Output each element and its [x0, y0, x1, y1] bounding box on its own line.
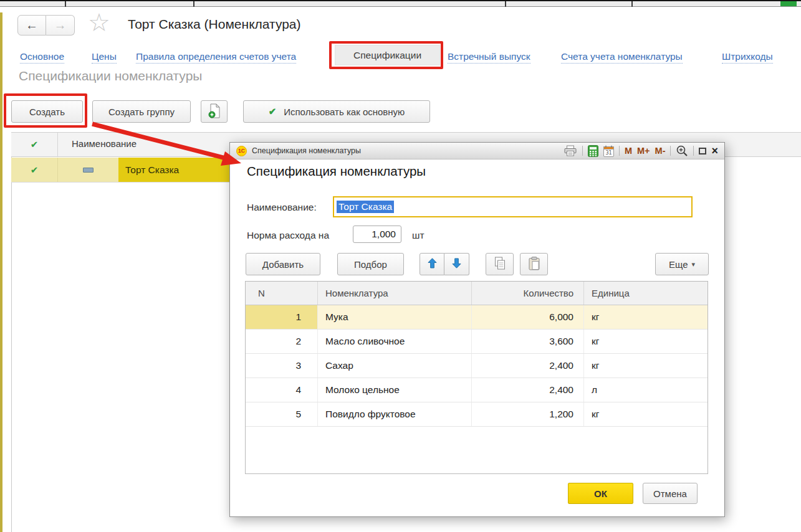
- cell-item: Мука: [318, 305, 472, 329]
- page-title: Торт Сказка (Номенклатура): [128, 17, 301, 32]
- 1c-logo-icon: 1С: [236, 146, 247, 156]
- arrow-up-icon: [428, 258, 437, 270]
- cell-unit: кг: [584, 305, 707, 329]
- memory-m-button[interactable]: M: [625, 146, 632, 156]
- tab-vstrechnyy-vypusk[interactable]: Встречный выпуск: [448, 51, 530, 64]
- norm-input[interactable]: [353, 226, 401, 243]
- forward-button[interactable]: →: [46, 15, 75, 36]
- norm-unit-label: шт: [412, 230, 424, 241]
- tab-tseny[interactable]: Цены: [92, 51, 117, 64]
- strip-divider: [193, 1, 194, 7]
- cell-item: Повидло фруктовое: [318, 402, 472, 426]
- column-header-n[interactable]: N: [246, 282, 318, 305]
- list-header-check-cell[interactable]: ✔: [11, 133, 58, 156]
- cell-qty: 6,000: [472, 305, 584, 329]
- favorite-star-icon[interactable]: ☆: [88, 10, 110, 35]
- norm-field-label: Норма расхода на: [247, 230, 329, 241]
- history-nav: ← →: [17, 15, 75, 36]
- create-group-button[interactable]: Создать группу: [92, 100, 191, 123]
- document-plus-icon: [208, 103, 221, 120]
- section-title: Спецификации номенклатуры: [19, 69, 202, 83]
- cell-n: 3: [246, 354, 318, 378]
- memory-m-plus-button[interactable]: M+: [637, 146, 650, 156]
- cell-n: 5: [246, 402, 318, 426]
- tab-spetsifikatsii-active[interactable]: Спецификации: [335, 45, 440, 65]
- more-button[interactable]: Еще ▾: [655, 253, 709, 275]
- tab-osnovnoe[interactable]: Основное: [20, 51, 64, 64]
- cell-unit: кг: [584, 402, 707, 426]
- specification-dialog: 1С Спецификация номенклатуры 31 M M+ M- …: [229, 142, 725, 517]
- use-as-main-button[interactable]: ✔ Использовать как основную: [243, 100, 430, 123]
- row-check-cell: ✔: [11, 158, 58, 182]
- cell-n: 1: [246, 305, 318, 329]
- column-header-qty[interactable]: Количество: [472, 282, 584, 305]
- cell-unit: кг: [584, 354, 707, 378]
- memory-m-minus-button[interactable]: M-: [655, 146, 666, 156]
- zoom-in-icon[interactable]: [676, 145, 688, 157]
- calculator-icon[interactable]: [588, 145, 598, 157]
- list-border: [11, 132, 12, 532]
- column-header-unit[interactable]: Единица: [584, 282, 707, 305]
- strip-divider: [631, 1, 633, 7]
- cancel-button[interactable]: Отмена: [643, 483, 698, 504]
- titlebar-separator: [582, 146, 583, 156]
- strip-divider: [505, 1, 506, 7]
- forward-arrow-icon: →: [54, 18, 67, 32]
- table-row[interactable]: 4 Молоко цельное 2,400 л: [246, 378, 707, 402]
- table-row[interactable]: 2 Масло сливочное 3,600 кг: [246, 330, 707, 354]
- tab-pravila[interactable]: Правила определения счетов учета: [136, 51, 296, 64]
- add-button[interactable]: Добавить: [246, 253, 320, 275]
- cell-qty: 1,200: [472, 402, 584, 426]
- strip-green-chip: [780, 1, 797, 6]
- cell-item: Сахар: [318, 354, 472, 378]
- table-header: N Номенклатура Количество Единица: [246, 282, 707, 305]
- tab-shtrihkody[interactable]: Штрихкоды: [722, 51, 773, 64]
- table-row[interactable]: 3 Сахар 2,400 кг: [246, 354, 707, 378]
- cell-qty: 3,600: [472, 330, 584, 353]
- move-down-button[interactable]: [444, 253, 469, 275]
- arrow-down-icon: [452, 258, 461, 270]
- titlebar-separator: [693, 146, 694, 156]
- column-header-item[interactable]: Номенклатура: [318, 282, 472, 305]
- titlebar-separator: [619, 146, 620, 156]
- copy-icon: [494, 257, 506, 272]
- ok-button[interactable]: ОК: [568, 483, 633, 504]
- back-arrow-icon: ←: [26, 18, 38, 32]
- table-row[interactable]: 1 Мука 6,000 кг: [246, 305, 707, 330]
- chevron-down-icon: ▾: [692, 260, 696, 268]
- cell-item: Молоко цельное: [318, 378, 472, 402]
- name-input[interactable]: Торт Сказка: [333, 196, 693, 217]
- cell-n: 4: [246, 378, 318, 402]
- row-icon-cell: [58, 158, 118, 182]
- check-icon: ✔: [31, 139, 39, 150]
- check-icon: ✔: [269, 106, 277, 117]
- create-by-copy-button[interactable]: [201, 100, 228, 123]
- spec-items-table: N Номенклатура Количество Единица 1 Мука…: [245, 281, 708, 474]
- pick-button[interactable]: Подбор: [337, 253, 404, 275]
- close-icon[interactable]: ×: [711, 145, 718, 156]
- list-header-name[interactable]: Наименование: [72, 138, 137, 149]
- create-button[interactable]: Создать: [11, 100, 83, 123]
- calendar-icon[interactable]: 31: [603, 145, 614, 157]
- dialog-title: Спецификация номенклатуры: [252, 146, 361, 155]
- name-input-selected-text: Торт Сказка: [337, 201, 394, 213]
- cell-n: 2: [246, 330, 318, 353]
- table-row[interactable]: 5 Повидло фруктовое 1,200 кг: [246, 402, 707, 427]
- specification-marker-icon: [83, 168, 94, 173]
- tab-scheta-ucheta[interactable]: Счета учета номенклатуры: [561, 51, 683, 64]
- paste-button[interactable]: [520, 253, 548, 275]
- cell-item: Масло сливочное: [318, 330, 472, 353]
- back-button[interactable]: ←: [17, 15, 46, 36]
- strip-divider: [65, 1, 66, 7]
- copy-button[interactable]: [486, 253, 514, 275]
- paste-icon: [529, 257, 540, 272]
- titlebar-separator: [670, 146, 671, 156]
- cropped-window-strip: [0, 0, 801, 7]
- svg-text:31: 31: [605, 150, 612, 155]
- print-icon[interactable]: [564, 145, 577, 156]
- cell-qty: 2,400: [472, 378, 584, 402]
- maximize-icon[interactable]: [699, 148, 706, 154]
- move-up-button[interactable]: [420, 253, 444, 275]
- dialog-titlebar[interactable]: 1С Спецификация номенклатуры 31 M M+ M- …: [230, 143, 724, 159]
- cell-qty: 2,400: [472, 354, 584, 378]
